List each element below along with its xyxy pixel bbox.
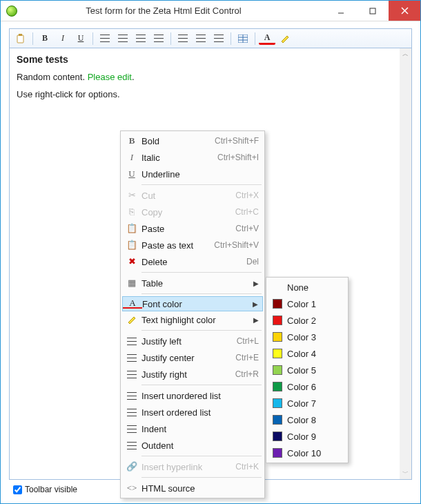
menu-separator — [141, 477, 262, 478]
window-buttons — [325, 1, 420, 21]
toolbar-outdent-button[interactable] — [133, 31, 149, 46]
color-item-10[interactable]: Color 10 — [268, 445, 346, 461]
menu-separator — [141, 456, 262, 456]
toolbar: B I U A — [10, 29, 411, 48]
align-left-icon — [178, 35, 188, 42]
ordered-list-icon — [122, 409, 141, 416]
text-period: . — [132, 72, 135, 82]
toolbar-underline-button[interactable]: U — [72, 31, 89, 46]
menu-paste-text[interactable]: 📋 Paste as text Ctrl+Shift+V — [122, 237, 263, 253]
paste-icon — [16, 34, 26, 43]
menu-table[interactable]: ▦ Table ▶ — [122, 275, 263, 291]
menu-separator — [141, 272, 262, 273]
align-right-icon — [122, 371, 141, 378]
menu-indent[interactable]: Indent — [122, 420, 263, 437]
toolbar-paste-button[interactable] — [12, 31, 29, 46]
menu-paste[interactable]: 📋 Paste Ctrl+V — [122, 220, 263, 237]
toolbar-separator — [255, 32, 255, 45]
swatch-icon — [268, 332, 287, 342]
svg-marker-11 — [128, 317, 135, 324]
toolbar-ol-button[interactable] — [115, 31, 131, 46]
menu-italic[interactable]: I Italic Ctrl+Shift+I — [122, 149, 263, 166]
maximize-icon — [369, 8, 376, 14]
unordered-list-icon — [100, 35, 110, 42]
color-label: Color 5 — [287, 365, 342, 376]
menu-delete[interactable]: ✖ Delete Del — [122, 253, 263, 270]
color-item-4[interactable]: Color 4 — [268, 345, 346, 362]
highlighter-icon — [122, 315, 141, 324]
swatch-icon — [268, 398, 287, 408]
color-item-3[interactable]: Color 3 — [268, 329, 346, 345]
font-color-icon: A — [123, 299, 142, 309]
minimize-button[interactable] — [325, 1, 357, 21]
scroll-up-icon: ︿ — [402, 48, 409, 60]
toolbar-italic-button[interactable]: I — [55, 31, 71, 46]
app-window: Test form for the Zeta Html Edit Control… — [0, 0, 421, 504]
menu-cut[interactable]: ✂ Cut Ctrl+X — [122, 187, 263, 204]
maximize-button[interactable] — [357, 1, 389, 21]
toolbar-indent-button[interactable] — [150, 31, 167, 46]
menu-separator — [141, 330, 262, 331]
toolbar-font-color-button[interactable]: A — [259, 32, 275, 45]
swatch-icon — [268, 316, 287, 325]
outdent-icon — [122, 442, 141, 449]
toolbar-align-left-button[interactable] — [175, 31, 191, 46]
color-label: Color 1 — [287, 299, 342, 309]
menu-justify-left[interactable]: Justify left Ctrl+L — [122, 333, 263, 349]
toolbar-align-right-button[interactable] — [210, 31, 227, 46]
table-icon — [238, 35, 248, 43]
menu-separator — [141, 184, 262, 185]
outdent-icon — [136, 35, 146, 42]
color-item-7[interactable]: Color 7 — [268, 395, 346, 411]
toolbar-table-button[interactable] — [235, 31, 251, 46]
color-item-9[interactable]: Color 9 — [268, 428, 346, 445]
menu-justify-right[interactable]: Justify right Ctrl+R — [122, 366, 263, 382]
color-item-8[interactable]: Color 8 — [268, 411, 346, 428]
link-icon: 🔗 — [122, 461, 141, 472]
toolbar-separator — [92, 32, 93, 45]
menu-justify-center[interactable]: Justify center Ctrl+E — [122, 349, 263, 366]
svg-rect-5 — [19, 34, 22, 36]
font-color-submenu: NoneColor 1Color 2Color 3Color 4Color 5C… — [266, 277, 349, 463]
window-title: Test form for the Zeta Html Edit Control — [2, 6, 325, 16]
table-icon: ▦ — [122, 278, 141, 289]
color-label: None — [287, 282, 342, 293]
submenu-arrow-icon: ▶ — [253, 300, 258, 308]
color-item-2[interactable]: Color 2 — [268, 312, 346, 329]
menu-html-source[interactable]: <> HTML source — [122, 480, 263, 496]
heading-text: Some tests — [17, 54, 68, 65]
menu-insert-ol[interactable]: Insert ordered list — [122, 404, 263, 420]
menu-highlight-color[interactable]: Text highlight color ▶ — [122, 311, 263, 328]
toolbar-highlight-button[interactable] — [277, 31, 293, 46]
toolbar-separator — [170, 32, 171, 45]
menu-outdent[interactable]: Outdent — [122, 437, 263, 454]
menu-underline[interactable]: U Underline — [122, 166, 263, 182]
swatch-icon — [268, 349, 287, 358]
color-item-1[interactable]: Color 1 — [268, 295, 346, 312]
color-item-6[interactable]: Color 6 — [268, 378, 346, 395]
color-label: Color 6 — [287, 382, 342, 392]
menu-bold[interactable]: B Bold Ctrl+Shift+F — [122, 133, 263, 149]
color-item-none[interactable]: None — [268, 279, 346, 295]
paragraph-1: Random content. Please edit. — [17, 72, 404, 82]
align-right-icon — [214, 35, 224, 42]
menu-copy[interactable]: ⎘ Copy Ctrl+C — [122, 204, 263, 220]
toolbar-ul-button[interactable] — [97, 31, 113, 46]
menu-insert-ul[interactable]: Insert unordered list — [122, 387, 263, 404]
menu-hyperlink[interactable]: 🔗 Insert hyperlink Ctrl+K — [122, 458, 263, 475]
close-button[interactable] — [389, 1, 420, 21]
code-icon: <> — [122, 483, 141, 494]
color-label: Color 8 — [287, 415, 342, 425]
toolbar-separator — [231, 32, 231, 45]
unordered-list-icon — [122, 392, 141, 400]
swatch-icon — [268, 365, 287, 375]
color-label: Color 9 — [287, 432, 342, 442]
color-item-5[interactable]: Color 5 — [268, 362, 346, 378]
vertical-scrollbar[interactable]: ︿ ﹀ — [400, 48, 411, 479]
color-label: Color 4 — [287, 349, 342, 359]
copy-icon: ⎘ — [122, 206, 141, 217]
menu-font-color[interactable]: A Font color ▶ — [122, 296, 263, 311]
toolbar-visible-checkbox[interactable] — [13, 485, 22, 494]
toolbar-align-center-button[interactable] — [193, 31, 209, 46]
toolbar-bold-button[interactable]: B — [37, 31, 53, 46]
